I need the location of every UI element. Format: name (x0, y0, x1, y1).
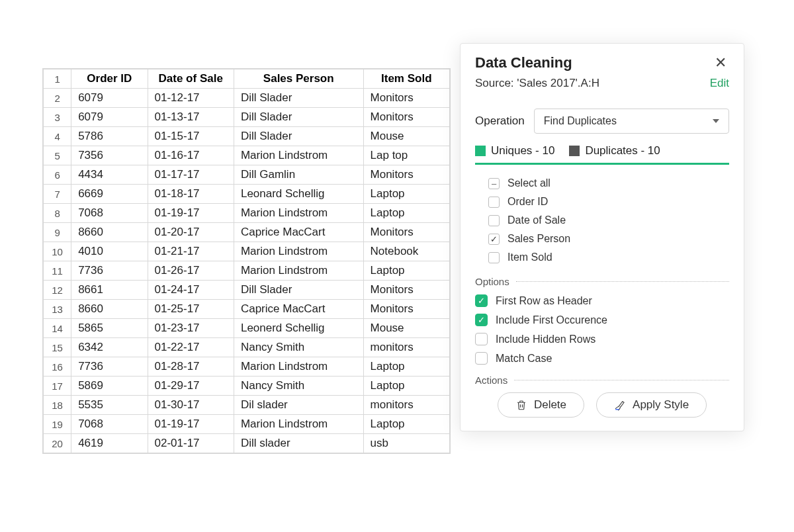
cell[interactable]: Lap top (363, 146, 449, 165)
cell[interactable]: 01-22-17 (148, 338, 234, 357)
cell[interactable]: Mouse (363, 319, 449, 338)
row-number[interactable]: 13 (44, 300, 71, 319)
cell[interactable]: Mouse (363, 127, 449, 146)
cell[interactable]: monitors (363, 396, 449, 415)
cell[interactable]: 7736 (71, 357, 148, 377)
close-icon[interactable]: ✕ (712, 54, 729, 71)
cell[interactable]: Laptop (363, 185, 449, 204)
column-check-item[interactable]: Date of Sale (488, 211, 729, 230)
row-number[interactable]: 6 (44, 165, 71, 185)
checkbox-icon[interactable] (475, 294, 488, 307)
cell[interactable]: 4010 (71, 242, 148, 261)
cell[interactable]: Nancy Smith (234, 338, 363, 357)
apply-style-button[interactable]: Apply Style (596, 392, 707, 418)
cell[interactable]: 01-25-17 (148, 300, 234, 319)
cell[interactable]: Laptop (363, 261, 449, 281)
cell[interactable]: 01-24-17 (148, 281, 234, 300)
cell[interactable]: Marion Lindstrom (234, 357, 363, 377)
cell[interactable]: Caprice MacCart (234, 223, 363, 242)
option-item[interactable]: Match Case (475, 349, 729, 368)
cell[interactable]: 7068 (71, 415, 148, 434)
row-number[interactable]: 16 (44, 357, 71, 377)
cell[interactable]: monitors (363, 338, 449, 357)
cell[interactable]: 01-20-17 (148, 223, 234, 242)
column-check-item[interactable]: Item Sold (488, 248, 729, 267)
column-check-item[interactable]: Sales Person (488, 230, 729, 248)
cell[interactable]: 01-19-17 (148, 204, 234, 223)
row-number[interactable]: 4 (44, 127, 71, 146)
column-header[interactable]: Date of Sale (148, 69, 234, 89)
cell[interactable]: 5786 (71, 127, 148, 146)
row-number[interactable]: 3 (44, 108, 71, 127)
row-number[interactable]: 19 (44, 415, 71, 434)
row-number[interactable]: 14 (44, 319, 71, 338)
cell[interactable]: Dil slader (234, 396, 363, 415)
row-number[interactable]: 17 (44, 377, 71, 396)
cell[interactable]: Dill Slader (234, 89, 363, 108)
row-number[interactable]: 15 (44, 338, 71, 357)
cell[interactable]: 5535 (71, 396, 148, 415)
cell[interactable]: Monitors (363, 165, 449, 185)
checkbox-icon[interactable] (488, 178, 500, 189)
option-item[interactable]: First Row as Header (475, 291, 729, 310)
operation-select[interactable]: Find Duplicates (534, 109, 729, 134)
option-item[interactable]: Include Hidden Rows (475, 330, 729, 349)
cell[interactable]: Nancy Smith (234, 377, 363, 396)
checkbox-icon[interactable] (488, 234, 500, 245)
cell[interactable]: 01-17-17 (148, 165, 234, 185)
column-check-item[interactable]: Select all (488, 174, 729, 193)
edit-source-link[interactable]: Edit (710, 77, 729, 90)
row-number[interactable]: 12 (44, 281, 71, 300)
column-header[interactable]: Item Sold (363, 69, 449, 89)
cell[interactable]: 01-16-17 (148, 146, 234, 165)
cell[interactable]: 4434 (71, 165, 148, 185)
cell[interactable]: 7356 (71, 146, 148, 165)
cell[interactable]: 01-19-17 (148, 415, 234, 434)
cell[interactable]: Monitors (363, 300, 449, 319)
checkbox-icon[interactable] (488, 252, 500, 263)
cell[interactable]: 5869 (71, 377, 148, 396)
cell[interactable]: 7068 (71, 204, 148, 223)
row-number[interactable]: 7 (44, 185, 71, 204)
cell[interactable]: 02-01-17 (148, 434, 234, 453)
cell[interactable]: Marion Lindstrom (234, 242, 363, 261)
cell[interactable]: 8660 (71, 223, 148, 242)
cell[interactable]: Marion Lindstrom (234, 261, 363, 281)
cell[interactable]: 8660 (71, 300, 148, 319)
row-number[interactable]: 8 (44, 204, 71, 223)
delete-button[interactable]: Delete (498, 392, 584, 418)
cell[interactable]: Leonerd Schellig (234, 319, 363, 338)
row-number[interactable]: 5 (44, 146, 71, 165)
cell[interactable]: 01-21-17 (148, 242, 234, 261)
option-item[interactable]: Include First Occurence (475, 310, 729, 330)
cell[interactable]: 4619 (71, 434, 148, 453)
cell[interactable]: 6342 (71, 338, 148, 357)
cell[interactable]: Monitors (363, 281, 449, 300)
checkbox-icon[interactable] (475, 352, 488, 365)
cell[interactable]: 01-18-17 (148, 185, 234, 204)
cell[interactable]: Marion Lindstrom (234, 204, 363, 223)
cell[interactable]: 01-15-17 (148, 127, 234, 146)
cell[interactable]: 01-29-17 (148, 377, 234, 396)
cell[interactable]: Dill Slader (234, 127, 363, 146)
cell[interactable]: Monitors (363, 223, 449, 242)
cell[interactable]: Monitors (363, 108, 449, 127)
cell[interactable]: Dill slader (234, 434, 363, 453)
cell[interactable]: 6079 (71, 89, 148, 108)
row-number[interactable]: 9 (44, 223, 71, 242)
cell[interactable]: 01-26-17 (148, 261, 234, 281)
row-number[interactable]: 20 (44, 434, 71, 453)
cell[interactable]: Marion Lindstrom (234, 146, 363, 165)
cell[interactable]: 01-12-17 (148, 89, 234, 108)
cell[interactable]: Caprice MacCart (234, 300, 363, 319)
row-number[interactable]: 18 (44, 396, 71, 415)
cell[interactable]: 7736 (71, 261, 148, 281)
checkbox-icon[interactable] (475, 333, 488, 345)
column-header[interactable]: Sales Person (234, 69, 363, 89)
cell[interactable]: Monitors (363, 89, 449, 108)
checkbox-icon[interactable] (475, 314, 488, 326)
cell[interactable]: 6079 (71, 108, 148, 127)
cell[interactable]: Dill Slader (234, 108, 363, 127)
cell[interactable]: 01-23-17 (148, 319, 234, 338)
cell[interactable]: Laptop (363, 204, 449, 223)
